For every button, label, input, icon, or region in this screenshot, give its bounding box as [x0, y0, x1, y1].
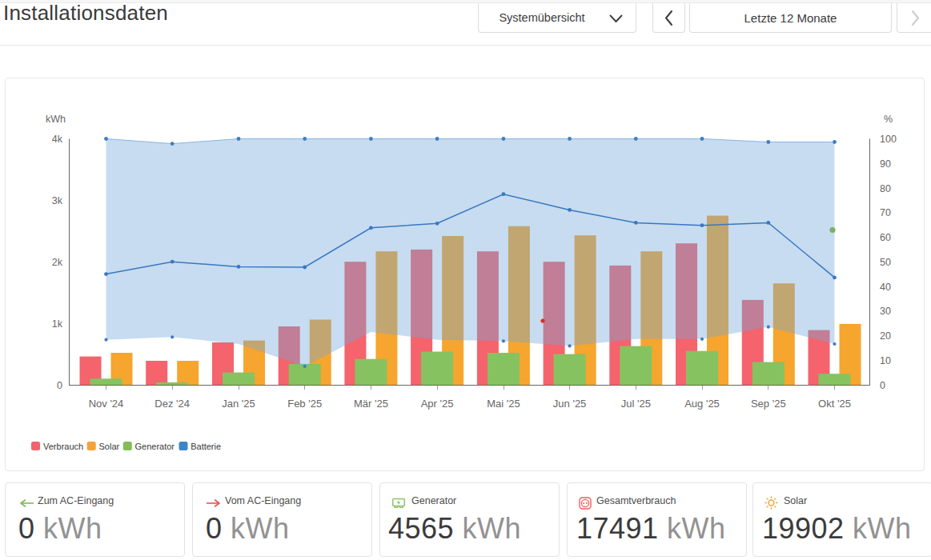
svg-text:4k: 4k [52, 134, 63, 145]
svg-text:Jun '25: Jun '25 [553, 398, 587, 410]
svg-text:3k: 3k [52, 195, 63, 206]
svg-text:Apr '25: Apr '25 [421, 398, 454, 410]
svg-text:2k: 2k [52, 257, 63, 268]
svg-text:0: 0 [880, 380, 885, 391]
svg-text:Aug '25: Aug '25 [684, 398, 720, 410]
svg-text:Solar: Solar [99, 442, 120, 451]
svg-text:80: 80 [880, 183, 891, 194]
svg-text:Nov '24: Nov '24 [89, 398, 124, 410]
svg-text:50: 50 [880, 257, 891, 268]
svg-text:Jan '25: Jan '25 [222, 398, 255, 410]
svg-text:1k: 1k [52, 318, 63, 330]
svg-text:Jul '25: Jul '25 [621, 398, 651, 410]
svg-text:20: 20 [880, 330, 891, 342]
svg-text:60: 60 [880, 232, 891, 243]
svg-text:Sep '25: Sep '25 [751, 398, 786, 410]
svg-text:Batterie: Batterie [191, 442, 221, 451]
svg-text:%: % [884, 114, 893, 125]
svg-text:Okt '25: Okt '25 [818, 398, 851, 410]
svg-text:0: 0 [57, 380, 62, 391]
svg-text:Mär '25: Mär '25 [354, 398, 388, 410]
svg-text:Verbrauch: Verbrauch [43, 442, 83, 451]
svg-text:100: 100 [880, 134, 897, 145]
svg-text:kWh: kWh [46, 114, 66, 125]
svg-text:Generator: Generator [135, 442, 175, 451]
svg-text:90: 90 [880, 158, 891, 170]
svg-text:10: 10 [880, 355, 891, 366]
svg-text:Mai '25: Mai '25 [487, 398, 520, 410]
svg-text:30: 30 [880, 306, 891, 317]
svg-text:Feb '25: Feb '25 [287, 398, 322, 410]
svg-text:Dez '24: Dez '24 [154, 398, 190, 410]
svg-text:70: 70 [880, 207, 891, 218]
svg-text:40: 40 [880, 282, 891, 293]
